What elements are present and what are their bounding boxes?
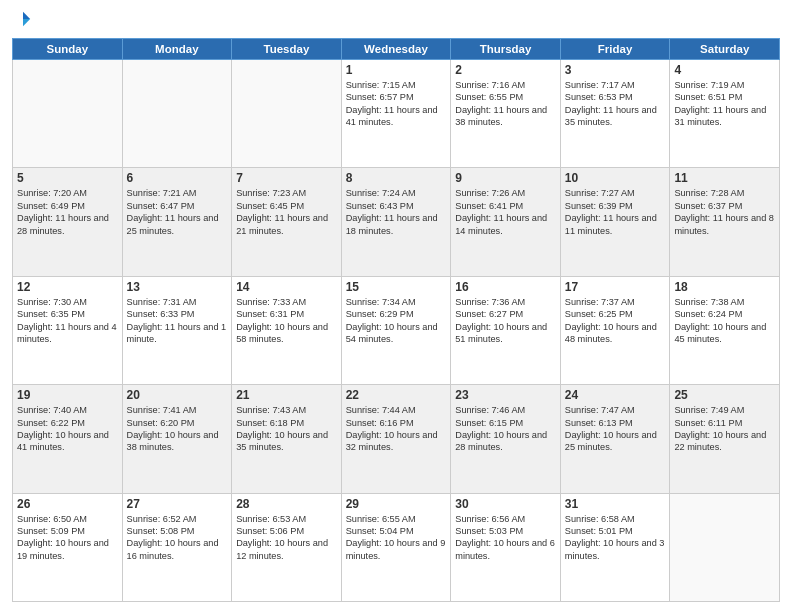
- cell-content: Sunrise: 7:26 AMSunset: 6:41 PMDaylight:…: [455, 187, 556, 237]
- day-header-wednesday: Wednesday: [341, 39, 451, 60]
- day-header-friday: Friday: [560, 39, 670, 60]
- day-cell: 26Sunrise: 6:50 AMSunset: 5:09 PMDayligh…: [13, 493, 123, 601]
- day-cell: 18Sunrise: 7:38 AMSunset: 6:24 PMDayligh…: [670, 276, 780, 384]
- cell-content: Sunrise: 6:53 AMSunset: 5:06 PMDaylight:…: [236, 513, 337, 563]
- day-number: 21: [236, 388, 337, 402]
- cell-content: Sunrise: 7:47 AMSunset: 6:13 PMDaylight:…: [565, 404, 666, 454]
- cell-content: Sunrise: 7:19 AMSunset: 6:51 PMDaylight:…: [674, 79, 775, 129]
- day-number: 16: [455, 280, 556, 294]
- day-cell: [13, 60, 123, 168]
- week-row-4: 19Sunrise: 7:40 AMSunset: 6:22 PMDayligh…: [13, 385, 780, 493]
- day-number: 14: [236, 280, 337, 294]
- cell-content: Sunrise: 6:56 AMSunset: 5:03 PMDaylight:…: [455, 513, 556, 563]
- day-number: 25: [674, 388, 775, 402]
- day-header-tuesday: Tuesday: [232, 39, 342, 60]
- day-cell: 12Sunrise: 7:30 AMSunset: 6:35 PMDayligh…: [13, 276, 123, 384]
- day-number: 23: [455, 388, 556, 402]
- day-number: 30: [455, 497, 556, 511]
- day-cell: 31Sunrise: 6:58 AMSunset: 5:01 PMDayligh…: [560, 493, 670, 601]
- day-cell: 25Sunrise: 7:49 AMSunset: 6:11 PMDayligh…: [670, 385, 780, 493]
- day-cell: 10Sunrise: 7:27 AMSunset: 6:39 PMDayligh…: [560, 168, 670, 276]
- week-row-2: 5Sunrise: 7:20 AMSunset: 6:49 PMDaylight…: [13, 168, 780, 276]
- day-number: 3: [565, 63, 666, 77]
- day-number: 8: [346, 171, 447, 185]
- day-cell: 29Sunrise: 6:55 AMSunset: 5:04 PMDayligh…: [341, 493, 451, 601]
- day-cell: 9Sunrise: 7:26 AMSunset: 6:41 PMDaylight…: [451, 168, 561, 276]
- day-number: 2: [455, 63, 556, 77]
- day-number: 15: [346, 280, 447, 294]
- day-cell: 13Sunrise: 7:31 AMSunset: 6:33 PMDayligh…: [122, 276, 232, 384]
- day-number: 20: [127, 388, 228, 402]
- cell-content: Sunrise: 6:50 AMSunset: 5:09 PMDaylight:…: [17, 513, 118, 563]
- cell-content: Sunrise: 6:58 AMSunset: 5:01 PMDaylight:…: [565, 513, 666, 563]
- day-number: 27: [127, 497, 228, 511]
- day-cell: 11Sunrise: 7:28 AMSunset: 6:37 PMDayligh…: [670, 168, 780, 276]
- logo-icon: [14, 10, 32, 28]
- day-cell: 23Sunrise: 7:46 AMSunset: 6:15 PMDayligh…: [451, 385, 561, 493]
- cell-content: Sunrise: 7:28 AMSunset: 6:37 PMDaylight:…: [674, 187, 775, 237]
- page: SundayMondayTuesdayWednesdayThursdayFrid…: [0, 0, 792, 612]
- day-header-monday: Monday: [122, 39, 232, 60]
- day-number: 12: [17, 280, 118, 294]
- cell-content: Sunrise: 7:40 AMSunset: 6:22 PMDaylight:…: [17, 404, 118, 454]
- day-number: 10: [565, 171, 666, 185]
- day-header-saturday: Saturday: [670, 39, 780, 60]
- day-cell: 6Sunrise: 7:21 AMSunset: 6:47 PMDaylight…: [122, 168, 232, 276]
- day-cell: 15Sunrise: 7:34 AMSunset: 6:29 PMDayligh…: [341, 276, 451, 384]
- cell-content: Sunrise: 7:38 AMSunset: 6:24 PMDaylight:…: [674, 296, 775, 346]
- cell-content: Sunrise: 7:21 AMSunset: 6:47 PMDaylight:…: [127, 187, 228, 237]
- cell-content: Sunrise: 7:37 AMSunset: 6:25 PMDaylight:…: [565, 296, 666, 346]
- day-number: 1: [346, 63, 447, 77]
- day-number: 5: [17, 171, 118, 185]
- cell-content: Sunrise: 7:17 AMSunset: 6:53 PMDaylight:…: [565, 79, 666, 129]
- day-cell: 28Sunrise: 6:53 AMSunset: 5:06 PMDayligh…: [232, 493, 342, 601]
- days-header-row: SundayMondayTuesdayWednesdayThursdayFrid…: [13, 39, 780, 60]
- day-number: 11: [674, 171, 775, 185]
- day-cell: 30Sunrise: 6:56 AMSunset: 5:03 PMDayligh…: [451, 493, 561, 601]
- day-cell: 8Sunrise: 7:24 AMSunset: 6:43 PMDaylight…: [341, 168, 451, 276]
- cell-content: Sunrise: 7:34 AMSunset: 6:29 PMDaylight:…: [346, 296, 447, 346]
- week-row-1: 1Sunrise: 7:15 AMSunset: 6:57 PMDaylight…: [13, 60, 780, 168]
- day-cell: 5Sunrise: 7:20 AMSunset: 6:49 PMDaylight…: [13, 168, 123, 276]
- cell-content: Sunrise: 6:55 AMSunset: 5:04 PMDaylight:…: [346, 513, 447, 563]
- cell-content: Sunrise: 7:30 AMSunset: 6:35 PMDaylight:…: [17, 296, 118, 346]
- day-cell: 22Sunrise: 7:44 AMSunset: 6:16 PMDayligh…: [341, 385, 451, 493]
- day-number: 4: [674, 63, 775, 77]
- day-number: 31: [565, 497, 666, 511]
- cell-content: Sunrise: 7:23 AMSunset: 6:45 PMDaylight:…: [236, 187, 337, 237]
- day-number: 18: [674, 280, 775, 294]
- cell-content: Sunrise: 7:20 AMSunset: 6:49 PMDaylight:…: [17, 187, 118, 237]
- day-cell: 3Sunrise: 7:17 AMSunset: 6:53 PMDaylight…: [560, 60, 670, 168]
- day-cell: 20Sunrise: 7:41 AMSunset: 6:20 PMDayligh…: [122, 385, 232, 493]
- day-header-thursday: Thursday: [451, 39, 561, 60]
- day-number: 24: [565, 388, 666, 402]
- cell-content: Sunrise: 7:41 AMSunset: 6:20 PMDaylight:…: [127, 404, 228, 454]
- svg-marker-0: [23, 12, 30, 19]
- day-cell: 2Sunrise: 7:16 AMSunset: 6:55 PMDaylight…: [451, 60, 561, 168]
- header: [12, 10, 780, 32]
- logo: [12, 10, 34, 32]
- day-cell: 14Sunrise: 7:33 AMSunset: 6:31 PMDayligh…: [232, 276, 342, 384]
- week-row-5: 26Sunrise: 6:50 AMSunset: 5:09 PMDayligh…: [13, 493, 780, 601]
- day-cell: [670, 493, 780, 601]
- cell-content: Sunrise: 7:36 AMSunset: 6:27 PMDaylight:…: [455, 296, 556, 346]
- day-cell: 24Sunrise: 7:47 AMSunset: 6:13 PMDayligh…: [560, 385, 670, 493]
- cell-content: Sunrise: 7:24 AMSunset: 6:43 PMDaylight:…: [346, 187, 447, 237]
- day-number: 19: [17, 388, 118, 402]
- calendar-table: SundayMondayTuesdayWednesdayThursdayFrid…: [12, 38, 780, 602]
- day-cell: 17Sunrise: 7:37 AMSunset: 6:25 PMDayligh…: [560, 276, 670, 384]
- day-cell: 7Sunrise: 7:23 AMSunset: 6:45 PMDaylight…: [232, 168, 342, 276]
- day-cell: [122, 60, 232, 168]
- cell-content: Sunrise: 7:43 AMSunset: 6:18 PMDaylight:…: [236, 404, 337, 454]
- day-cell: 21Sunrise: 7:43 AMSunset: 6:18 PMDayligh…: [232, 385, 342, 493]
- day-number: 28: [236, 497, 337, 511]
- day-header-sunday: Sunday: [13, 39, 123, 60]
- day-cell: 1Sunrise: 7:15 AMSunset: 6:57 PMDaylight…: [341, 60, 451, 168]
- day-cell: 16Sunrise: 7:36 AMSunset: 6:27 PMDayligh…: [451, 276, 561, 384]
- day-cell: [232, 60, 342, 168]
- cell-content: Sunrise: 7:16 AMSunset: 6:55 PMDaylight:…: [455, 79, 556, 129]
- day-cell: 4Sunrise: 7:19 AMSunset: 6:51 PMDaylight…: [670, 60, 780, 168]
- day-number: 22: [346, 388, 447, 402]
- day-number: 9: [455, 171, 556, 185]
- cell-content: Sunrise: 7:27 AMSunset: 6:39 PMDaylight:…: [565, 187, 666, 237]
